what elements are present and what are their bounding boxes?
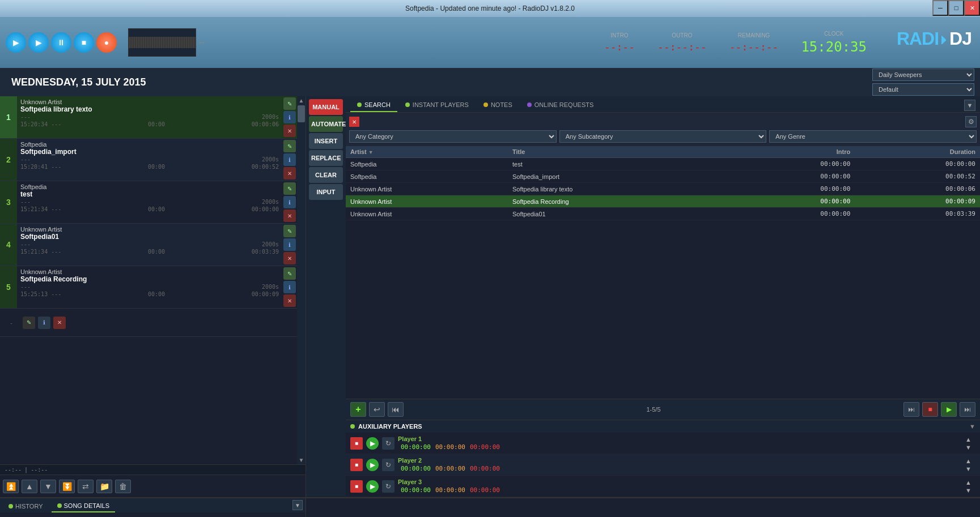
item-info-btn-1[interactable]: ℹ: [283, 111, 296, 123]
item-info-btn-3[interactable]: ℹ: [283, 196, 296, 208]
playlist-list: 1 Unknown Artist Softpedia library texto…: [0, 96, 297, 464]
result-row[interactable]: Softpedia test 00:00:00 00:00:00: [346, 158, 980, 170]
record-button[interactable]: ●: [96, 32, 117, 53]
empty-edit[interactable]: ✎: [23, 317, 35, 329]
result-row[interactable]: Unknown Artist Softpedia01 00:00:00 00:0…: [346, 208, 980, 220]
clock-label: CLOCK: [801, 31, 867, 37]
move-up-button[interactable]: ▲: [22, 480, 37, 493]
search-next-button[interactable]: ⏭: [960, 402, 975, 417]
result-row-selected[interactable]: Unknown Artist Softpedia Recording 00:00…: [346, 195, 980, 208]
playlist-scrollbar[interactable]: ▲ ▼: [297, 96, 306, 464]
search-options-button[interactable]: ⚙: [965, 116, 977, 127]
item-time1-5: 00:00: [148, 291, 165, 297]
col-duration[interactable]: Duration: [855, 146, 980, 158]
search-close-button[interactable]: ✕: [349, 117, 359, 127]
aux-play-1[interactable]: ▶: [366, 437, 379, 450]
scroll-up-arrow[interactable]: ▲: [297, 96, 306, 105]
close-button[interactable]: ✕: [964, 0, 980, 16]
item-time2-3: 00:00:00: [252, 206, 279, 212]
item-time1-1: 00:00: [148, 121, 165, 127]
aux-scroll-1[interactable]: ▲ ▼: [965, 436, 975, 451]
aux-play-3[interactable]: ▶: [366, 480, 379, 493]
tab-search[interactable]: SEARCH: [350, 99, 397, 112]
item-edit-3[interactable]: ✎: [283, 182, 296, 195]
move-bottom-button[interactable]: ⏬: [59, 480, 75, 493]
replace-button[interactable]: REPLACE: [309, 150, 343, 166]
clear-button[interactable]: CLEAR: [309, 167, 343, 183]
aux-loop-3[interactable]: ↻: [382, 480, 394, 493]
item-remove-5[interactable]: ✕: [283, 294, 296, 307]
minimize-button[interactable]: ─: [932, 0, 948, 16]
aux-loop-2[interactable]: ↻: [382, 459, 394, 471]
col-intro[interactable]: Intro: [730, 146, 855, 158]
aux-scroll-2[interactable]: ▲ ▼: [965, 458, 975, 472]
aux-expand-button[interactable]: ▼: [969, 423, 975, 430]
item-time1-2: 00:00: [148, 164, 165, 170]
col-title[interactable]: Title: [508, 146, 730, 158]
item-edit-5[interactable]: ✎: [283, 267, 296, 280]
item-number-2: 2: [0, 139, 17, 181]
logo: RADI⏵DJ: [897, 28, 971, 49]
rewind-button[interactable]: ⏮: [388, 402, 404, 417]
play2-button[interactable]: ▶: [28, 32, 49, 53]
delete-button[interactable]: 🗑: [115, 480, 131, 493]
category-select[interactable]: Any Category: [349, 130, 557, 143]
history-tab[interactable]: HISTORY: [3, 500, 49, 512]
item-edit-4[interactable]: ✎: [283, 225, 296, 237]
manual-button[interactable]: MANUAL: [309, 99, 343, 115]
tab-online-requests[interactable]: ONLINE REQUESTS: [520, 99, 601, 112]
send-back-button[interactable]: ↩: [369, 402, 385, 417]
fast-forward-button[interactable]: ⏭: [903, 402, 919, 417]
tab-notes[interactable]: NOTES: [477, 99, 519, 112]
add-to-queue-button[interactable]: +: [350, 402, 366, 417]
pause-button[interactable]: ⏸: [51, 32, 71, 53]
item-remove-2[interactable]: ✕: [283, 167, 296, 180]
sweep-dropdown[interactable]: Daily Sweepers: [872, 69, 974, 81]
move-top-button[interactable]: ⏫: [3, 480, 19, 493]
result-row[interactable]: Softpedia Softpedia_import 00:00:00 00:0…: [346, 170, 980, 183]
bottom-panel-expand[interactable]: ▼: [292, 500, 303, 512]
song-details-tab[interactable]: SONG DETAILS: [52, 500, 115, 512]
search-stop-button[interactable]: ■: [922, 402, 938, 417]
item-title-5: Softpedia Recording: [20, 275, 279, 283]
empty-remove[interactable]: ✕: [53, 317, 66, 329]
item-remove-1[interactable]: ✕: [283, 125, 296, 137]
panel-expand-button[interactable]: ▼: [964, 100, 975, 111]
move-down-button[interactable]: ▼: [40, 480, 56, 493]
aux-loop-1[interactable]: ↻: [382, 437, 394, 450]
subcategory-select[interactable]: Any Subcategory: [559, 130, 767, 143]
bottom-expand-icon[interactable]: ▼: [292, 500, 303, 510]
automated-button[interactable]: AUTOMATED: [309, 116, 343, 132]
genre-select[interactable]: Any Genre: [769, 130, 977, 143]
shuffle-button[interactable]: ⇄: [78, 480, 94, 493]
aux-info-2: Player 2 00:00:00 00:00:00 00:00:00: [398, 457, 962, 472]
item-edit-1[interactable]: ✎: [283, 97, 296, 110]
item-remove-3[interactable]: ✕: [283, 210, 296, 222]
scroll-down-arrow[interactable]: ▼: [297, 456, 306, 464]
stop-button[interactable]: ■: [74, 32, 94, 53]
aux-play-2[interactable]: ▶: [366, 459, 379, 471]
play-button[interactable]: ▶: [6, 32, 26, 53]
result-duration-3: 00:00:06: [855, 183, 980, 195]
aux-stop-1[interactable]: ■: [350, 437, 363, 450]
item-info-btn-4[interactable]: ℹ: [283, 238, 296, 251]
empty-info[interactable]: ℹ: [38, 317, 50, 329]
item-info-btn-2[interactable]: ℹ: [283, 153, 296, 166]
item-edit-2[interactable]: ✎: [283, 140, 296, 152]
result-row[interactable]: Unknown Artist Softpedia library texto 0…: [346, 183, 980, 195]
insert-button[interactable]: INSERT: [309, 133, 343, 149]
aux-stop-2[interactable]: ■: [350, 459, 363, 471]
folder-button[interactable]: 📁: [96, 480, 112, 493]
tab-instant-players[interactable]: INSTANT PLAYERS: [398, 99, 476, 112]
default-dropdown[interactable]: Default: [872, 83, 974, 96]
maximize-button[interactable]: □: [948, 0, 964, 16]
scrollbar-thumb[interactable]: [298, 105, 305, 122]
col-artist[interactable]: Artist ▼: [346, 146, 508, 158]
item-remove-4[interactable]: ✕: [283, 252, 296, 264]
aux-stop-3[interactable]: ■: [350, 480, 363, 493]
input-button[interactable]: INPUT: [309, 184, 343, 200]
item-info-btn-5[interactable]: ℹ: [283, 281, 296, 293]
category-selects: Any Category Any Subcategory Any Genre: [349, 130, 977, 143]
search-play-button[interactable]: ▶: [941, 402, 957, 417]
aux-scroll-3[interactable]: ▲ ▼: [965, 479, 975, 494]
